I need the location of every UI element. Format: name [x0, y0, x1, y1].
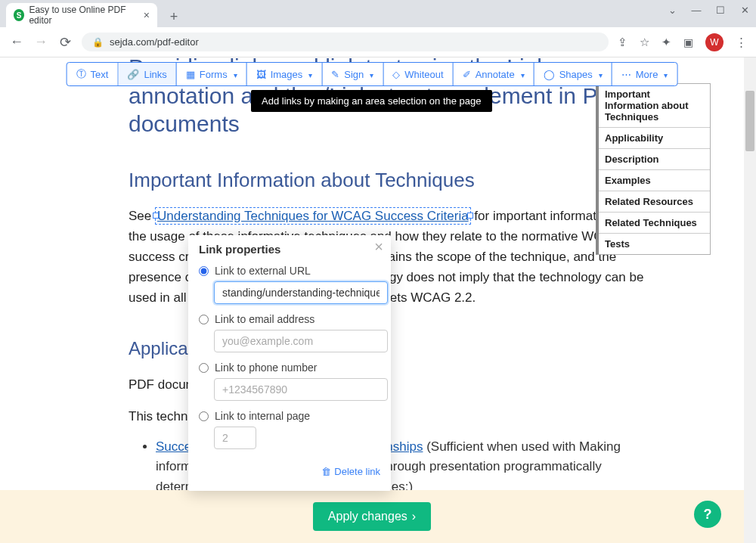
- popup-close-icon[interactable]: ×: [374, 238, 383, 256]
- window-controls: ⌄ — ☐ ✕: [667, 5, 750, 16]
- delete-link-button[interactable]: 🗑Delete link: [199, 466, 380, 477]
- tool-whiteout[interactable]: ◇Whiteout: [383, 63, 453, 85]
- vertical-scrollbar[interactable]: [744, 57, 756, 543]
- link-properties-popup: × Link properties Link to external URL L…: [188, 235, 391, 491]
- tool-sign[interactable]: ✎Sign: [322, 63, 383, 85]
- tool-shapes[interactable]: ◯Shapes: [534, 63, 612, 85]
- profile-avatar[interactable]: W: [705, 33, 723, 51]
- input-email[interactable]: [214, 330, 388, 352]
- site-favicon-icon: S: [14, 9, 24, 21]
- url-field[interactable]: 🔒 sejda.com/pdf-editor: [82, 33, 609, 51]
- pdf-editor-toolbar: ⓉText 🔗Links ▦Forms 🖼Images ✎Sign ◇White…: [67, 62, 678, 86]
- help-button[interactable]: ?: [694, 501, 721, 528]
- text-icon: Ⓣ: [76, 67, 86, 81]
- reload-button[interactable]: ⟳: [57, 34, 73, 51]
- address-bar: ← → ⟳ 🔒 sejda.com/pdf-editor ⇪ ☆ ✦ ▣ W ⋮: [0, 27, 756, 57]
- links-tooltip: Add links by making an area selection on…: [251, 90, 492, 112]
- selected-link-text[interactable]: Understanding Techniques for WCAG Succes…: [155, 207, 471, 225]
- toc-item[interactable]: Important Information about Techniques: [599, 84, 710, 128]
- doc-h2: Important Information about Techniques: [129, 169, 658, 192]
- apply-footer: Apply changes›: [0, 490, 744, 543]
- input-external-url[interactable]: [214, 281, 388, 304]
- radio-internal-page[interactable]: [199, 411, 209, 421]
- browser-chrome: S Easy to use Online PDF editor × + ⌄ — …: [0, 0, 756, 57]
- label-email: Link to email address: [215, 313, 314, 325]
- input-phone[interactable]: [214, 378, 388, 401]
- kebab-menu-icon[interactable]: ⋮: [736, 36, 747, 49]
- table-of-contents: Important Information about Techniques A…: [596, 83, 711, 255]
- tool-more[interactable]: ⋯More: [612, 63, 677, 85]
- close-window-icon[interactable]: ✕: [739, 5, 750, 16]
- chevron-down-icon[interactable]: ⌄: [667, 5, 677, 16]
- label-internal-page: Link to internal page: [215, 410, 310, 422]
- input-internal-page[interactable]: [214, 427, 256, 449]
- tool-images[interactable]: 🖼Images: [247, 63, 323, 85]
- label-phone: Link to phone number: [215, 361, 317, 374]
- toc-item[interactable]: Related Techniques: [599, 213, 710, 234]
- browser-tab[interactable]: S Easy to use Online PDF editor ×: [6, 3, 157, 27]
- images-icon: 🖼: [256, 69, 266, 80]
- tab-strip: S Easy to use Online PDF editor × +: [0, 0, 756, 27]
- link-icon: 🔗: [127, 69, 139, 80]
- maximize-icon[interactable]: ☐: [715, 5, 726, 16]
- toc-item[interactable]: Applicability: [599, 128, 710, 149]
- chevron-right-icon: ›: [412, 510, 416, 523]
- new-tab-button[interactable]: +: [163, 6, 184, 27]
- tool-annotate[interactable]: ✐Annotate: [454, 63, 534, 85]
- scrollbar-thumb[interactable]: [745, 91, 754, 151]
- back-button[interactable]: ←: [9, 34, 24, 50]
- popup-title: Link properties: [199, 243, 380, 256]
- shapes-icon: ◯: [544, 69, 555, 80]
- bookmark-icon[interactable]: ☆: [640, 36, 649, 49]
- radio-phone[interactable]: [199, 363, 209, 373]
- tool-text[interactable]: ⓉText: [67, 63, 119, 85]
- incognito-icon[interactable]: ▣: [683, 36, 693, 48]
- toc-item[interactable]: Description: [599, 149, 710, 170]
- more-icon: ⋯: [621, 69, 631, 80]
- whiteout-icon: ◇: [392, 69, 400, 80]
- forms-icon: ▦: [186, 69, 195, 80]
- tool-links[interactable]: 🔗Links: [118, 63, 176, 85]
- extensions-icon[interactable]: ✦: [662, 36, 671, 49]
- toc-item[interactable]: Examples: [599, 170, 710, 191]
- forward-button: →: [33, 34, 48, 50]
- annotate-icon: ✐: [463, 69, 471, 80]
- tool-forms[interactable]: ▦Forms: [177, 63, 247, 85]
- label-external-url: Link to external URL: [215, 265, 311, 277]
- share-icon[interactable]: ⇪: [618, 36, 627, 49]
- sign-icon: ✎: [331, 69, 339, 80]
- url-text: sejda.com/pdf-editor: [110, 36, 199, 48]
- radio-email[interactable]: [199, 315, 209, 324]
- tab-title: Easy to use Online PDF editor: [29, 5, 138, 26]
- toc-item[interactable]: Related Resources: [599, 191, 710, 213]
- lock-icon: 🔒: [92, 37, 104, 48]
- page-viewport: ⓉText 🔗Links ▦Forms 🖼Images ✎Sign ◇White…: [0, 57, 756, 543]
- tab-close-icon[interactable]: ×: [144, 9, 150, 21]
- trash-icon: 🗑: [321, 466, 331, 477]
- toc-item[interactable]: Tests: [599, 234, 710, 254]
- apply-changes-button[interactable]: Apply changes›: [313, 502, 431, 531]
- radio-external-url[interactable]: [199, 266, 209, 276]
- minimize-icon[interactable]: —: [691, 5, 702, 16]
